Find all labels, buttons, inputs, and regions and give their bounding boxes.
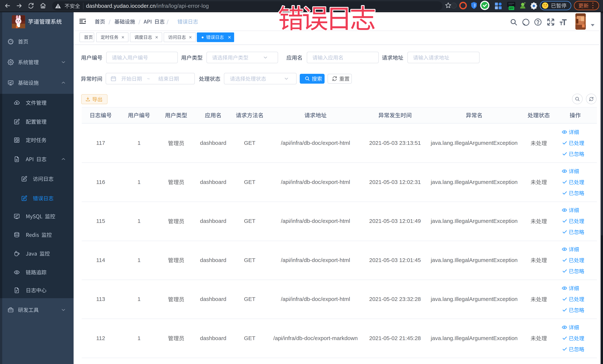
svg-text:OFF: OFF [509, 7, 514, 10]
